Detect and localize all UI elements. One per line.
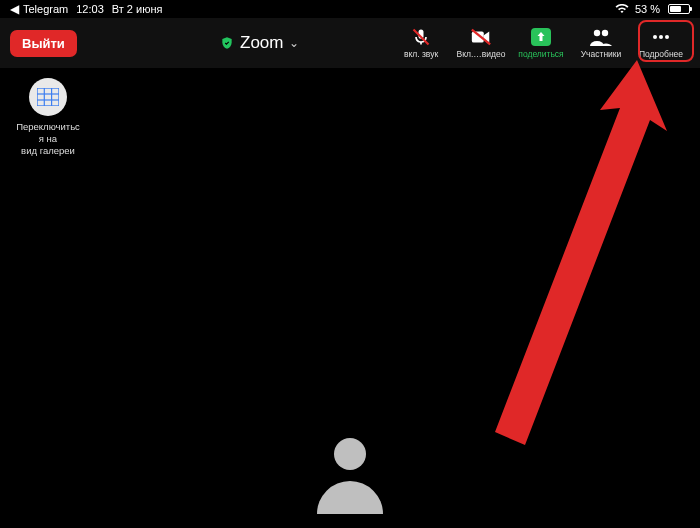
meeting-title-text: Zoom [240, 33, 283, 53]
camera-off-icon [470, 27, 492, 47]
svg-marker-14 [495, 60, 667, 445]
video-label: Вкл.…видео [457, 49, 506, 59]
chevron-down-icon: ⌄ [289, 36, 299, 50]
gallery-view-button[interactable]: Переключитьс я на вид галереи [8, 78, 88, 157]
svg-point-3 [594, 30, 600, 36]
wifi-icon [615, 4, 629, 14]
gallery-label-line3: вид галереи [8, 145, 88, 157]
mic-muted-icon [411, 27, 431, 47]
svg-point-7 [665, 35, 669, 39]
svg-point-5 [653, 35, 657, 39]
participants-button[interactable]: Участники [572, 27, 630, 59]
status-time: 12:03 [76, 3, 104, 15]
audio-button[interactable]: вкл. звук [392, 27, 450, 59]
shield-icon [220, 36, 234, 50]
share-button[interactable]: поделиться [512, 27, 570, 59]
share-label: поделиться [518, 49, 563, 59]
status-bar: ◀ Telegram 12:03 Вт 2 июня 53 % [0, 0, 700, 18]
svg-point-4 [602, 30, 608, 36]
share-icon [531, 27, 551, 47]
leave-button[interactable]: Выйти [10, 30, 77, 57]
more-icon [651, 27, 671, 47]
svg-rect-8 [37, 88, 59, 106]
video-button[interactable]: Вкл.…видео [452, 27, 510, 59]
status-date: Вт 2 июня [112, 3, 163, 15]
back-caret-icon[interactable]: ◀ [10, 2, 19, 16]
participant-avatar [305, 426, 395, 516]
participants-icon [589, 27, 613, 47]
battery-pct: 53 % [635, 3, 660, 15]
grid-icon [29, 78, 67, 116]
more-label: Подробнее [639, 49, 683, 59]
meeting-title[interactable]: Zoom ⌄ [220, 33, 299, 53]
participants-label: Участники [581, 49, 622, 59]
battery-icon [666, 4, 690, 14]
meeting-toolbar: Выйти Zoom ⌄ вкл. звук Вкл.…видео [0, 18, 700, 68]
more-button[interactable]: Подробнее [632, 27, 690, 59]
back-app-label[interactable]: Telegram [23, 3, 68, 15]
audio-label: вкл. звук [404, 49, 438, 59]
gallery-label-line1: Переключитьс [8, 121, 88, 133]
svg-point-6 [659, 35, 663, 39]
gallery-label-line2: я на [8, 133, 88, 145]
svg-point-13 [334, 438, 366, 470]
